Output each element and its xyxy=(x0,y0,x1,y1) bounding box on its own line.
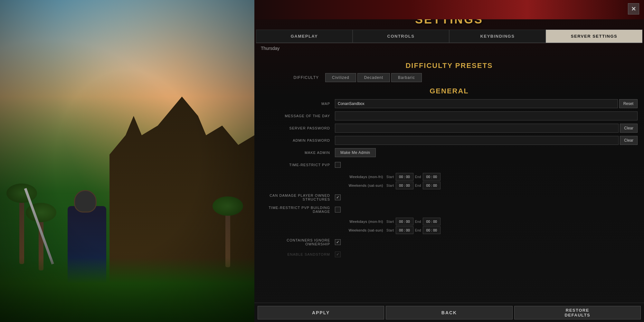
map-input-group: Reset xyxy=(335,99,638,108)
building-damage-weekdays-start-label: Start xyxy=(386,220,394,223)
tab-controls[interactable]: CONTROLS xyxy=(353,30,449,43)
pvp-weekdays-start-end: Start End xyxy=(386,173,440,181)
building-damage-weekdays-sublabel: Weekdays (mon-fri) xyxy=(335,220,386,223)
building-damage-weekends-sublabel: Weekends (sat-sun) xyxy=(335,228,386,232)
tab-bar: GAMEPLAY CONTROLS KEYBINDINGS SERVER SET… xyxy=(256,30,642,43)
containers-ignore-ownership-label: CONTAINERS IGNORE OWNERSHIP xyxy=(261,238,335,246)
building-damage-weekdays-row: Weekdays (mon-fri) Start End Weekends (s… xyxy=(261,217,638,235)
motd-row: MESSAGE OF THE DAY xyxy=(261,111,638,121)
enable-sandstorm-checkbox-wrap xyxy=(335,251,341,257)
difficulty-civilized[interactable]: Civilized xyxy=(325,73,356,82)
difficulty-buttons: Civilized Decadent Barbaric xyxy=(325,73,422,82)
admin-password-clear-button[interactable]: Clear xyxy=(620,136,638,145)
can-damage-structures-checkbox[interactable] xyxy=(335,194,341,200)
motd-input[interactable] xyxy=(335,111,638,120)
server-password-input[interactable] xyxy=(335,124,619,133)
server-password-row: SERVER PASSWORD Clear xyxy=(261,123,638,133)
motd-label: MESSAGE OF THE DAY xyxy=(261,114,335,118)
admin-password-row: ADMIN PASSWORD Clear xyxy=(261,135,638,146)
enable-sandstorm-checkbox[interactable] xyxy=(335,251,341,257)
building-damage-weekends-start-end: Start End xyxy=(386,226,440,234)
building-damage-weekdays-end-input[interactable] xyxy=(423,218,440,225)
server-password-clear-button[interactable]: Clear xyxy=(620,124,638,133)
map-row: MAP Reset xyxy=(261,99,638,109)
pvp-weekdays-start-label: Start xyxy=(386,175,394,179)
map-input[interactable] xyxy=(335,99,618,108)
pvp-weekends-end-label: End xyxy=(415,184,421,187)
enable-sandstorm-row: ENABLE SANDSTORM xyxy=(261,249,638,260)
admin-password-input[interactable] xyxy=(335,136,619,145)
difficulty-row: DIFFICULTY Civilized Decadent Barbaric xyxy=(261,73,638,82)
building-damage-time-subgroup: Weekdays (mon-fri) Start End Weekends (s… xyxy=(335,217,638,235)
difficulty-presets-title: DIFFICULTY PRESETS xyxy=(261,62,638,70)
pvp-weekends-start-label: Start xyxy=(386,184,394,187)
can-damage-structures-label: CAN DAMAGE PLAYER OWNED STRUCTURES xyxy=(261,194,335,201)
pvp-weekdays-sublabel: Weekdays (mon-fri) xyxy=(335,175,386,179)
restore-defaults-button[interactable]: RESTOREDEFAULTS xyxy=(514,306,641,319)
containers-ignore-ownership-checkbox-wrap xyxy=(335,239,341,245)
back-button[interactable]: BACK xyxy=(386,306,512,319)
make-admin-row: MAKE ADMIN Make Me Admin xyxy=(261,147,638,158)
pvp-weekends-sublabel: Weekends (sat-sun) xyxy=(335,184,386,187)
map-label: MAP xyxy=(261,102,335,106)
map-reset-button[interactable]: Reset xyxy=(619,99,638,108)
building-damage-weekends-start-input[interactable] xyxy=(396,226,413,234)
time-restrict-pvp-building-row: TIME-RESTRICT PVP BUILDING DAMAGE xyxy=(261,204,638,215)
time-restrict-pvp-checkbox[interactable] xyxy=(335,162,341,168)
bottom-bar: APPLY BACK RESTOREDEFAULTS xyxy=(254,303,644,322)
pvp-weekdays-start-input[interactable] xyxy=(396,173,413,181)
game-panel xyxy=(0,0,254,322)
can-damage-structures-checkbox-wrap xyxy=(335,194,341,200)
building-damage-weekdays-start-end: Start End xyxy=(386,218,440,225)
containers-ignore-ownership-row: CONTAINERS IGNORE OWNERSHIP xyxy=(261,237,638,247)
time-restrict-pvp-building-checkbox-wrap xyxy=(335,207,341,213)
containers-ignore-ownership-checkbox[interactable] xyxy=(335,239,341,245)
server-password-group: Clear xyxy=(335,124,638,133)
make-admin-label: MAKE ADMIN xyxy=(261,151,335,155)
general-title: GENERAL xyxy=(261,87,638,95)
day-label: Thursday xyxy=(254,43,644,53)
building-damage-weekends-time-row: Weekends (sat-sun) Start End xyxy=(335,226,638,234)
admin-password-group: Clear xyxy=(335,136,638,145)
difficulty-label: DIFFICULTY xyxy=(261,75,325,80)
enable-sandstorm-label: ENABLE SANDSTORM xyxy=(261,252,335,256)
building-damage-weekdays-time-row: Weekdays (mon-fri) Start End xyxy=(335,218,638,225)
pvp-weekends-time-row: Weekends (sat-sun) Start End xyxy=(335,182,638,189)
content-area[interactable]: DIFFICULTY PRESETS DIFFICULTY Civilized … xyxy=(254,53,644,303)
tab-server-settings[interactable]: SERVER SETTINGS xyxy=(546,30,642,43)
time-restrict-pvp-building-checkbox[interactable] xyxy=(335,207,341,213)
time-restrict-pvp-building-label: TIME-RESTRICT PVP BUILDING DAMAGE xyxy=(261,206,335,213)
time-restrict-pvp-label: TIME-RESTRICT PVP xyxy=(261,163,335,167)
building-damage-weekdays-start-input[interactable] xyxy=(396,218,413,225)
tab-keybindings[interactable]: KEYBINDINGS xyxy=(449,30,546,43)
pvp-weekends-end-input[interactable] xyxy=(423,182,440,189)
settings-panel: ✕ SETTINGS GAMEPLAY CONTROLS KEYBINDINGS… xyxy=(254,0,644,322)
building-damage-weekends-end-input[interactable] xyxy=(423,226,440,234)
time-restrict-pvp-checkbox-wrap xyxy=(335,162,341,168)
close-button[interactable]: ✕ xyxy=(628,3,639,14)
admin-password-label: ADMIN PASSWORD xyxy=(261,138,335,142)
pvp-weekdays-row: Weekdays (mon-fri) Start End Weekends (s… xyxy=(261,172,638,190)
tab-gameplay[interactable]: GAMEPLAY xyxy=(256,30,353,43)
difficulty-decadent[interactable]: Decadent xyxy=(357,73,390,82)
make-admin-button[interactable]: Make Me Admin xyxy=(335,148,376,157)
pvp-weekdays-time-row: Weekdays (mon-fri) Start End xyxy=(335,173,638,181)
difficulty-barbaric[interactable]: Barbaric xyxy=(391,73,422,82)
building-damage-weekdays-end-label: End xyxy=(415,220,421,223)
top-accent: ✕ xyxy=(254,0,644,19)
can-damage-structures-row: CAN DAMAGE PLAYER OWNED STRUCTURES xyxy=(261,192,638,203)
pvp-weekends-start-end: Start End xyxy=(386,182,440,189)
pvp-weekdays-end-label: End xyxy=(415,175,421,179)
building-damage-weekends-end-label: End xyxy=(415,229,421,232)
apply-button[interactable]: APPLY xyxy=(258,306,384,319)
pvp-time-subgroup: Weekdays (mon-fri) Start End Weekends (s… xyxy=(335,172,638,190)
building-damage-weekends-start-label: Start xyxy=(386,229,394,232)
server-password-label: SERVER PASSWORD xyxy=(261,126,335,130)
pvp-weekdays-end-input[interactable] xyxy=(423,173,440,181)
time-restrict-pvp-row: TIME-RESTRICT PVP xyxy=(261,160,638,170)
pvp-weekends-start-input[interactable] xyxy=(396,182,413,189)
